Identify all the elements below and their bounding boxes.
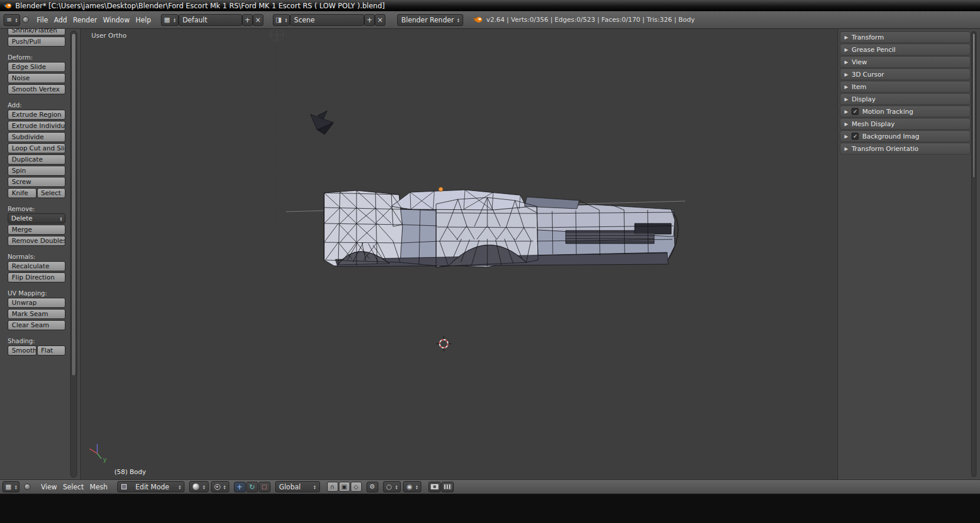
expand-arrow-icon: ▶ <box>844 109 848 114</box>
menu-help[interactable]: Help <box>133 16 154 24</box>
panel-label: Motion Tracking <box>862 108 913 116</box>
panel-background-images[interactable]: ▶ ✓ Background Imag <box>840 130 971 142</box>
falloff-curve-icon: ◉ <box>407 483 413 491</box>
tool-push-pull-button[interactable]: Push/Pull <box>8 37 65 47</box>
header-stats: v2.64 | Verts:0/356 | Edges:0/523 | Face… <box>486 16 695 24</box>
tool-screw-button[interactable]: Screw <box>8 177 65 187</box>
updown-arrows-icon: ▴▾ <box>15 485 17 489</box>
mode-dropdown[interactable]: Edit Mode ▴▾ <box>117 481 184 492</box>
tool-duplicate-button[interactable]: Duplicate <box>8 154 65 165</box>
tool-flat-button[interactable]: Flat <box>37 346 66 356</box>
proportional-falloff-dropdown[interactable]: ◉ ▴▾ <box>403 481 421 492</box>
snap-settings-button[interactable]: ⚙ <box>367 482 378 492</box>
editor-type-button[interactable]: ≡ ▴▾ <box>4 14 20 26</box>
panel-grease-pencil[interactable]: ▶ Grease Pencil <box>840 44 971 55</box>
scene-delete-button[interactable]: × <box>375 14 385 26</box>
snap-element-icon: ▣ <box>341 483 347 490</box>
render-engine-dropdown[interactable]: Blender Render ▴▾ <box>397 14 463 26</box>
expand-arrow-icon: ▶ <box>844 72 848 77</box>
panel-transform[interactable]: ▶ Transform <box>840 31 971 43</box>
info-editor-icon: ≡ <box>6 16 12 24</box>
tool-shrink-flatten-button[interactable]: Shrink/Flatten <box>8 29 65 35</box>
tool-extrude-region-button[interactable]: Extrude Region <box>8 110 65 120</box>
toolshelf-scrollbar-thumb[interactable] <box>71 33 76 376</box>
tool-select-button[interactable]: Select <box>37 188 66 198</box>
panel-display[interactable]: ▶ Display <box>840 93 971 105</box>
tool-noise-button[interactable]: Noise <box>8 73 65 83</box>
tool-mark-seam-button[interactable]: Mark Seam <box>8 309 65 319</box>
header-collapse-icon[interactable] <box>22 17 29 23</box>
tool-flip-direction-button[interactable]: Flip Direction <box>8 272 65 282</box>
snap-toggle-button[interactable]: ∩ <box>327 482 338 492</box>
screen-layout-browse-button[interactable]: ▦ ▴▾ <box>161 14 178 26</box>
motion-tracking-checkbox[interactable]: ✓ <box>852 108 859 115</box>
updown-arrows-icon: ▴▾ <box>174 18 176 22</box>
tool-recalculate-button[interactable]: Recalculate <box>8 261 65 271</box>
proportional-editing-dropdown[interactable]: ○ ▴▾ <box>383 481 401 492</box>
car-mesh-object[interactable] <box>324 190 678 267</box>
menu-file[interactable]: File <box>34 16 51 24</box>
manipulator-rotate-button[interactable]: ↻ <box>246 482 258 492</box>
manipulator-scale-button[interactable]: □ <box>259 482 270 492</box>
orientation-value: Global <box>279 483 301 491</box>
updown-arrows-icon: ▴▾ <box>314 485 316 489</box>
expand-arrow-icon: ▶ <box>844 146 848 152</box>
opengl-render-anim-button[interactable] <box>441 482 454 492</box>
section-label-normals: Normals: <box>8 253 65 260</box>
toolshelf-scrollbar[interactable] <box>70 31 77 478</box>
header-collapse-icon[interactable] <box>24 483 31 490</box>
tool-extrude-individual-button[interactable]: Extrude Individual <box>8 121 65 131</box>
transform-orientation-dropdown[interactable]: Global ▴▾ <box>275 481 320 492</box>
viewport-shading-dropdown[interactable]: ▴▾ <box>189 481 208 492</box>
panel-3d-cursor[interactable]: ▶ 3D Cursor <box>840 68 971 80</box>
empty-object[interactable] <box>270 29 283 225</box>
panel-view[interactable]: ▶ View <box>840 56 971 68</box>
menu-render[interactable]: Render <box>70 16 100 24</box>
scene-browse-button[interactable]: ◨ ▴▾ <box>273 14 290 26</box>
panel-mesh-display[interactable]: ▶ Mesh Display <box>840 118 971 130</box>
screen-layout-delete-button[interactable]: × <box>253 14 263 26</box>
snap-target-button[interactable]: ◇ <box>351 482 362 492</box>
viewport-3d[interactable]: y User Ortho (58) Body <box>81 29 837 479</box>
menu-select[interactable]: Select <box>60 483 87 491</box>
panel-motion-tracking[interactable]: ▶ ✓ Motion Tracking <box>840 106 971 117</box>
panel-transform-orientations[interactable]: ▶ Transform Orientatio <box>840 143 971 154</box>
panel-label: Transform <box>852 34 884 41</box>
tool-knife-button[interactable]: Knife <box>8 188 37 198</box>
tool-clear-seam-button[interactable]: Clear Seam <box>8 320 65 330</box>
tool-spin-button[interactable]: Spin <box>8 166 65 176</box>
expand-arrow-icon: ▶ <box>844 121 848 127</box>
manipulator-translate-button[interactable]: + <box>234 482 246 492</box>
scene-add-button[interactable]: + <box>364 14 375 26</box>
npanel-scrollbar[interactable] <box>971 31 976 477</box>
menu-view[interactable]: View <box>38 483 60 491</box>
cursor-3d[interactable] <box>436 336 451 351</box>
updown-arrows-icon: ▴▾ <box>457 18 459 22</box>
scene-name-field[interactable]: Scene <box>290 14 364 26</box>
lamp-object[interactable] <box>439 188 443 192</box>
expand-arrow-icon: ▶ <box>844 35 848 40</box>
editor-type-button-bottom[interactable]: ▦ ▴▾ <box>2 481 19 492</box>
tool-loop-cut-button[interactable]: Loop Cut and Slide <box>8 143 65 153</box>
snap-element-button[interactable]: ▣ <box>339 482 350 492</box>
tool-unwrap-button[interactable]: Unwrap <box>8 298 65 308</box>
tool-subdivide-button[interactable]: Subdivide <box>8 132 65 142</box>
pivot-point-dropdown[interactable]: ▴▾ <box>211 481 229 492</box>
screen-layout-add-button[interactable]: + <box>242 14 253 26</box>
menu-add[interactable]: Add <box>51 16 70 24</box>
panel-item[interactable]: ▶ Item <box>840 81 971 93</box>
tool-smooth-button[interactable]: Smooth <box>8 346 37 356</box>
tool-remove-doubles-button[interactable]: Remove Doubles <box>8 236 65 246</box>
tool-merge-button[interactable]: Merge <box>8 225 65 235</box>
npanel-scrollbar-thumb[interactable] <box>972 33 975 178</box>
screen-layout-name-field[interactable]: Default <box>179 14 242 26</box>
camera-object[interactable] <box>311 111 334 134</box>
delete-dropdown[interactable]: Delete ▴▾ <box>8 213 65 223</box>
render-engine-value: Blender Render <box>401 16 454 24</box>
tool-smooth-vertex-button[interactable]: Smooth Vertex <box>8 84 65 94</box>
menu-window[interactable]: Window <box>100 16 133 24</box>
background-images-checkbox[interactable]: ✓ <box>852 133 859 140</box>
tool-edge-slide-button[interactable]: Edge Slide <box>8 62 65 72</box>
menu-mesh[interactable]: Mesh <box>87 483 110 491</box>
opengl-render-button[interactable] <box>428 482 441 492</box>
